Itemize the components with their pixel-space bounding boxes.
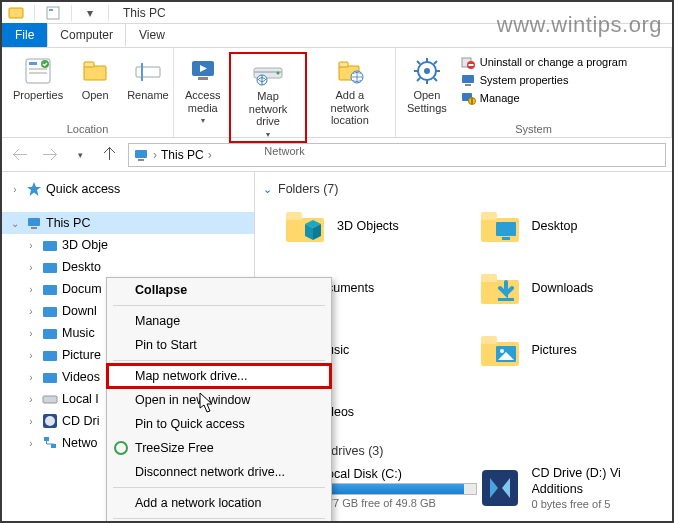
chevron-down-icon[interactable]: ⌄ xyxy=(8,218,22,229)
svg-rect-53 xyxy=(43,396,57,403)
manage-button[interactable]: Manage xyxy=(460,90,627,106)
nav-forward-button[interactable]: 🡢 xyxy=(38,143,62,167)
folder-label: cuments xyxy=(327,281,374,295)
uninstall-program-button[interactable]: Uninstall or change a program xyxy=(460,54,627,70)
folders-section-header[interactable]: ⌄ Folders (7) xyxy=(263,182,672,196)
svg-rect-37 xyxy=(465,84,471,86)
folder-icon xyxy=(478,266,522,310)
folder-icon xyxy=(478,328,522,372)
map-network-drive-button[interactable]: Map network drive ▾ xyxy=(229,52,306,143)
tree-label: Local I xyxy=(62,392,99,406)
access-media-button[interactable]: Access media ▾ xyxy=(178,52,227,128)
chevron-right-icon[interactable]: › xyxy=(24,240,38,251)
svg-rect-68 xyxy=(481,274,497,282)
open-icon xyxy=(79,55,111,87)
folder-desktop[interactable]: Desktop xyxy=(478,200,673,252)
system-properties-button[interactable]: System properties xyxy=(460,72,627,88)
tree-label: Music xyxy=(62,326,95,340)
ctx-pin-quick-access[interactable]: Pin to Quick access xyxy=(107,412,331,436)
chevron-right-icon[interactable]: › xyxy=(153,148,157,162)
qat-separator xyxy=(71,5,72,21)
drive-label: CD Drive (D:) Vi xyxy=(532,466,673,480)
ctx-disconnect-network-drive[interactable]: Disconnect network drive... xyxy=(107,460,331,484)
svg-point-24 xyxy=(424,68,430,74)
system-properties-label: System properties xyxy=(480,74,569,86)
tree-this-pc[interactable]: ⌄ This PC xyxy=(2,212,254,234)
tree-quick-access[interactable]: › Quick access xyxy=(2,178,254,200)
chevron-right-icon[interactable]: › xyxy=(208,148,212,162)
ctx-manage[interactable]: Manage xyxy=(107,309,331,333)
tree-desktop[interactable]: ›Deskto xyxy=(2,256,254,278)
tree-label: This PC xyxy=(46,216,90,230)
properties-button[interactable]: Properties xyxy=(6,52,70,105)
add-network-location-button[interactable]: Add a network location xyxy=(309,52,391,130)
treesize-icon xyxy=(113,440,129,456)
tab-view[interactable]: View xyxy=(126,23,178,47)
chevron-right-icon[interactable]: › xyxy=(24,416,38,427)
ctx-add-network-location[interactable]: Add a network location xyxy=(107,491,331,515)
system-group-label: System xyxy=(396,121,671,137)
chevron-right-icon[interactable]: › xyxy=(24,262,38,273)
chevron-down-icon: ⌄ xyxy=(263,183,272,196)
open-settings-button[interactable]: Open Settings xyxy=(400,52,454,117)
tree-label: Quick access xyxy=(46,182,120,196)
folder-music[interactable]: usic xyxy=(327,324,478,376)
ctx-treesize-free[interactable]: TreeSize Free xyxy=(107,436,331,460)
folder-videos[interactable]: deos xyxy=(327,386,478,438)
chevron-right-icon[interactable]: › xyxy=(24,394,38,405)
ctx-pin-start[interactable]: Pin to Start xyxy=(107,333,331,357)
svg-rect-40 xyxy=(471,98,473,104)
folder-pictures[interactable]: Pictures xyxy=(478,324,673,376)
ctx-map-network-drive[interactable]: Map network drive... xyxy=(107,364,331,388)
svg-rect-1 xyxy=(47,7,59,19)
address-bar[interactable]: › This PC › xyxy=(128,143,666,167)
star-icon xyxy=(26,181,42,197)
folder-downloads[interactable]: Downloads xyxy=(478,262,673,314)
folder-documents[interactable]: cuments xyxy=(327,262,478,314)
nav-up-button[interactable]: 🡡 xyxy=(98,143,122,167)
folder-icon xyxy=(283,204,327,248)
tree-label: CD Dri xyxy=(62,414,100,428)
tree-3d-objects[interactable]: ›3D Obje xyxy=(2,234,254,256)
qat-separator xyxy=(34,5,35,21)
tab-file[interactable]: File xyxy=(2,23,47,47)
chevron-right-icon[interactable]: › xyxy=(24,350,38,361)
properties-qat-icon[interactable] xyxy=(45,5,61,21)
virtualbox-icon xyxy=(478,466,522,510)
svg-rect-71 xyxy=(481,336,497,344)
ctx-open-new-window[interactable]: Open in new window xyxy=(107,388,331,412)
chevron-right-icon[interactable]: › xyxy=(8,184,22,195)
tree-label: Docum xyxy=(62,282,102,296)
drive-local-disk-c[interactable]: ocal Disk (C:) 77 GB free of 49.8 GB xyxy=(327,462,478,514)
nav-back-button[interactable]: 🡠 xyxy=(8,143,32,167)
svg-rect-49 xyxy=(43,307,57,317)
ctx-collapse[interactable]: Collapse xyxy=(107,278,331,302)
svg-line-29 xyxy=(417,61,420,64)
chevron-right-icon[interactable]: › xyxy=(24,284,38,295)
chevron-right-icon[interactable]: › xyxy=(24,438,38,449)
folder-3d-objects[interactable]: 3D Objects xyxy=(283,200,478,252)
chevron-down-icon: ▾ xyxy=(266,130,270,139)
properties-icon xyxy=(22,55,54,87)
svg-rect-21 xyxy=(339,62,348,67)
tree-label: Picture xyxy=(62,348,101,362)
breadcrumb-this-pc[interactable]: This PC xyxy=(161,148,204,162)
chevron-right-icon[interactable]: › xyxy=(24,372,38,383)
nav-history-dropdown[interactable]: ▾ xyxy=(68,143,92,167)
open-button[interactable]: Open xyxy=(72,52,118,105)
add-network-location-label: Add a network location xyxy=(316,89,384,127)
svg-point-7 xyxy=(41,60,49,68)
drives-section-header[interactable]: and drives (3) xyxy=(307,444,672,458)
qat-dropdown-icon[interactable]: ▾ xyxy=(82,5,98,21)
rename-button[interactable]: Rename xyxy=(120,52,176,105)
tab-computer[interactable]: Computer xyxy=(47,23,126,47)
manage-label: Manage xyxy=(480,92,520,104)
drive-cd-d[interactable]: CD Drive (D:) Vi Additions 0 bytes free … xyxy=(478,462,673,514)
svg-rect-46 xyxy=(43,241,57,251)
svg-rect-42 xyxy=(138,159,144,161)
chevron-right-icon[interactable]: › xyxy=(24,328,38,339)
drive-label: ocal Disk (C:) xyxy=(327,467,478,481)
tree-label: Videos xyxy=(62,370,100,384)
chevron-right-icon[interactable]: › xyxy=(24,306,38,317)
computer-icon xyxy=(26,215,42,231)
